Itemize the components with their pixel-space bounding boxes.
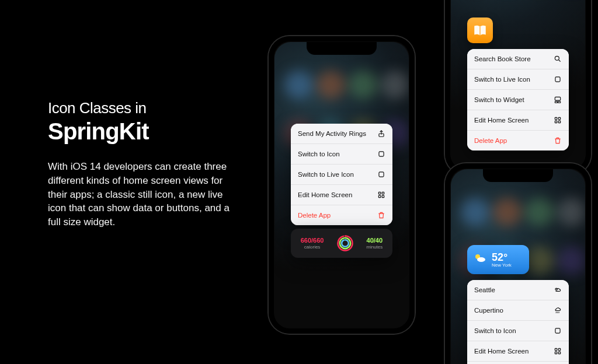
trash-icon xyxy=(554,136,562,145)
calories-label: calories xyxy=(301,244,324,250)
svg-rect-3 xyxy=(378,192,381,194)
menu-item-switch-live-icon[interactable]: Switch to Live Icon xyxy=(467,69,569,90)
page-title: SpringKit xyxy=(48,118,235,145)
menu-item-switch-live-icon[interactable]: Switch to Live Icon xyxy=(291,164,392,185)
svg-rect-1 xyxy=(379,152,384,156)
svg-rect-26 xyxy=(558,352,561,354)
menu-label: Switch to Live Icon xyxy=(474,76,530,83)
svg-rect-17 xyxy=(555,121,557,123)
menu-item-cupertino[interactable]: Cupertino xyxy=(467,300,569,321)
activity-minutes: 40/40 minutes xyxy=(366,237,383,249)
menu-label: Switch to Icon xyxy=(474,327,516,334)
square-icon xyxy=(377,150,385,158)
context-menu-activity: Send My Activity Rings Switch to Icon Sw… xyxy=(291,124,392,225)
weather-temperature: 52° xyxy=(492,252,512,262)
svg-rect-14 xyxy=(558,102,561,103)
books-app-icon[interactable] xyxy=(467,18,493,43)
activity-rings-icon xyxy=(336,235,354,252)
activity-widget[interactable]: 660/660 calories 40/40 minutes xyxy=(291,229,392,258)
widget-icon xyxy=(554,96,562,104)
menu-label: Seattle xyxy=(474,286,495,293)
menu-item-edit-home[interactable]: Edit Home Screen xyxy=(467,110,569,131)
svg-point-10 xyxy=(555,56,559,60)
svg-rect-12 xyxy=(555,97,560,100)
phone-screen: Send My Activity Rings Switch to Icon Sw… xyxy=(274,42,409,328)
phone-screen: Search Book Store Switch to Live Icon Sw… xyxy=(451,0,585,169)
phone-notch xyxy=(307,42,377,55)
menu-label: Delete App xyxy=(474,137,507,144)
phone-bottom-right: 52° New York Seattle Cupertino Switch to… xyxy=(445,163,591,364)
text-block: Icon Classes in SpringKit With iOS 14 de… xyxy=(48,99,235,229)
svg-rect-25 xyxy=(555,352,557,354)
weather-widget[interactable]: 52° New York xyxy=(467,245,529,274)
menu-item-edit-home[interactable]: Edit Home Screen xyxy=(467,341,569,362)
menu-item-delete-app[interactable]: Delete App xyxy=(467,131,569,150)
menu-label: Delete App xyxy=(298,212,331,219)
menu-label: Switch to Live Icon xyxy=(298,171,354,178)
square-icon xyxy=(554,75,562,83)
svg-point-20 xyxy=(477,257,485,262)
phone-center: Send My Activity Rings Switch to Icon Sw… xyxy=(269,36,415,334)
menu-label: Cupertino xyxy=(474,307,503,314)
svg-rect-18 xyxy=(558,121,561,123)
apps-icon xyxy=(377,191,385,199)
menu-label: Search Book Store xyxy=(474,55,531,62)
svg-rect-2 xyxy=(379,172,384,177)
menu-label: Edit Home Screen xyxy=(298,191,352,198)
svg-rect-13 xyxy=(555,102,557,103)
phone-notch xyxy=(483,169,553,182)
partly-sunny-icon xyxy=(473,251,487,268)
svg-rect-24 xyxy=(558,348,561,351)
menu-item-switch-widget[interactable]: Switch to Widget xyxy=(467,90,569,110)
menu-item-switch-icon[interactable]: Switch to Icon xyxy=(467,321,569,341)
search-icon xyxy=(554,55,562,63)
menu-item-delete-app[interactable]: Delete App xyxy=(467,362,569,364)
menu-item-switch-icon[interactable]: Switch to Icon xyxy=(291,144,392,164)
svg-rect-23 xyxy=(555,348,557,351)
calories-value: 660/660 xyxy=(301,237,324,244)
pre-title: Icon Classes in xyxy=(48,99,235,117)
svg-rect-5 xyxy=(378,195,381,198)
weather-text: 52° New York xyxy=(492,252,512,268)
menu-item-delete-app[interactable]: Delete App xyxy=(291,205,392,225)
menu-label: Edit Home Screen xyxy=(474,117,529,124)
menu-item-seattle[interactable]: Seattle xyxy=(467,280,569,300)
body-text: With iOS 14 developers can create three … xyxy=(48,160,235,229)
menu-label: Edit Home Screen xyxy=(474,348,529,355)
partly-cloudy-icon xyxy=(554,286,562,294)
square-icon xyxy=(377,170,385,178)
svg-rect-22 xyxy=(555,328,560,333)
apps-icon xyxy=(554,116,562,124)
menu-label: Switch to Widget xyxy=(474,96,524,103)
svg-rect-4 xyxy=(382,192,384,194)
menu-item-edit-home[interactable]: Edit Home Screen xyxy=(291,185,392,205)
context-menu-weather: Seattle Cupertino Switch to Icon Edit Ho… xyxy=(467,280,569,364)
svg-rect-11 xyxy=(555,77,560,82)
phone-top-right: Search Book Store Switch to Live Icon Sw… xyxy=(445,0,591,175)
minutes-value: 40/40 xyxy=(366,237,383,244)
activity-calories: 660/660 calories xyxy=(301,237,324,249)
menu-item-send-activity[interactable]: Send My Activity Rings xyxy=(291,124,392,144)
svg-rect-16 xyxy=(558,117,561,120)
share-icon xyxy=(377,130,385,138)
menu-label: Switch to Icon xyxy=(298,150,340,158)
svg-rect-15 xyxy=(555,117,557,120)
menu-item-search-bookstore[interactable]: Search Book Store xyxy=(467,49,569,69)
minutes-label: minutes xyxy=(366,244,383,250)
square-icon xyxy=(554,327,562,335)
apps-icon xyxy=(554,347,562,355)
svg-point-9 xyxy=(342,240,349,247)
weather-location: New York xyxy=(492,262,512,268)
menu-label: Send My Activity Rings xyxy=(298,130,366,137)
rain-icon xyxy=(554,306,562,314)
svg-rect-6 xyxy=(382,195,384,198)
phone-screen: 52° New York Seattle Cupertino Switch to… xyxy=(451,169,585,364)
trash-icon xyxy=(377,211,385,219)
context-menu-books: Search Book Store Switch to Live Icon Sw… xyxy=(467,49,569,150)
